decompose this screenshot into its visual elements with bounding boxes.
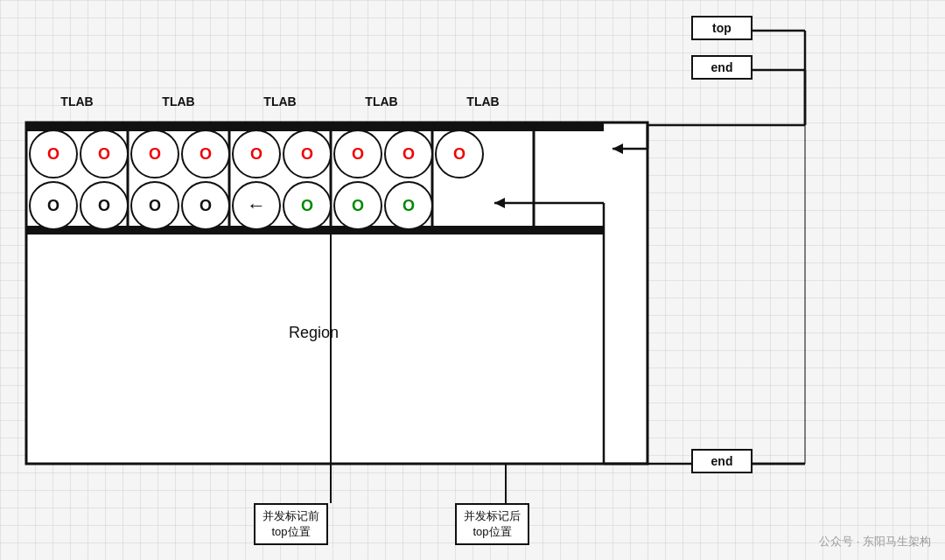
svg-marker-16	[612, 144, 623, 154]
svg-marker-21	[494, 198, 505, 208]
circle-top-5: O	[232, 130, 281, 178]
tlab-label-1: TLAB	[26, 94, 128, 108]
tlab-label-4: TLAB	[331, 94, 432, 108]
circle-bottom-3: O	[130, 181, 179, 230]
annotation-after: 并发标记后 top位置	[455, 503, 529, 545]
circle-bottom-arrow: ←	[232, 181, 281, 230]
circle-top-7: O	[333, 130, 382, 178]
circle-top-2: O	[80, 130, 129, 178]
top-label-box: top	[691, 16, 752, 40]
bottom-circles-row: O O O O ← O O O	[29, 181, 435, 230]
circle-bottom-4: O	[181, 181, 230, 230]
end-label-box-top: end	[691, 55, 752, 80]
region-label: Region	[289, 324, 339, 342]
circle-top-6: O	[283, 130, 332, 178]
circle-top-1: O	[29, 130, 78, 178]
circle-top-9: O	[435, 130, 484, 178]
tlab-label-3: TLAB	[229, 94, 331, 108]
tlab-labels-container: TLAB TLAB TLAB TLAB TLAB	[26, 94, 604, 108]
circle-bottom-5: O	[283, 181, 332, 230]
annotation-before: 并发标记前 top位置	[254, 503, 328, 545]
watermark: 公众号 · 东阳马生架构	[819, 534, 931, 550]
circle-bottom-1: O	[29, 181, 78, 230]
canvas: TLAB TLAB TLAB TLAB TLAB O O O O O O O O…	[0, 0, 945, 560]
tlab-label-2: TLAB	[128, 94, 229, 108]
diagram-svg	[0, 0, 945, 560]
circle-top-8: O	[384, 130, 433, 178]
circle-bottom-2: O	[80, 181, 129, 230]
circle-top-3: O	[130, 130, 179, 178]
top-circles-row: O O O O O O O O O	[29, 130, 486, 178]
circle-bottom-7: O	[384, 181, 433, 230]
circle-top-4: O	[181, 130, 230, 178]
end-label-box-bottom: end	[691, 449, 752, 473]
circle-bottom-6: O	[333, 181, 382, 230]
tlab-label-5: TLAB	[432, 94, 534, 108]
